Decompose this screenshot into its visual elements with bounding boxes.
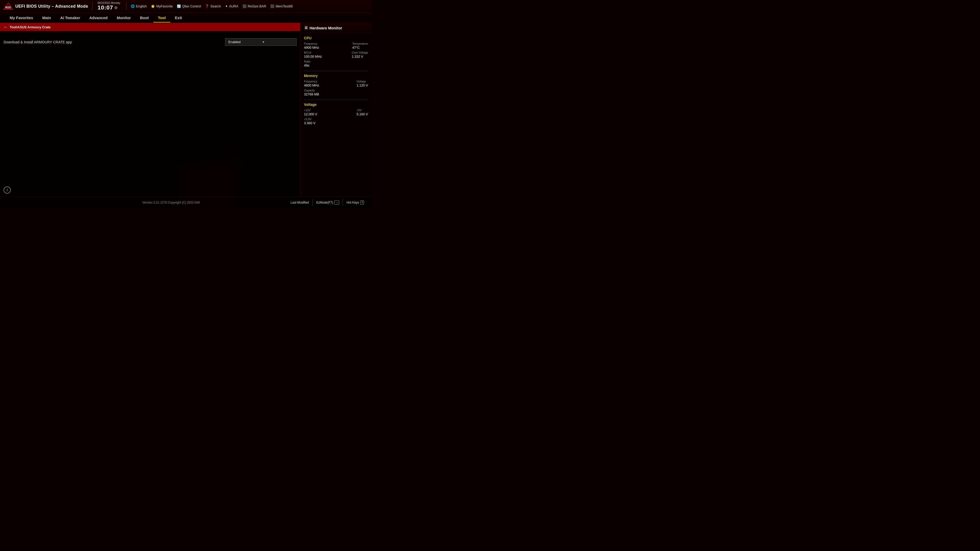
cpu-ratio-label: Ratio	[304, 60, 310, 63]
v33-value: 3.360 V	[304, 121, 315, 125]
hot-keys-button[interactable]: Hot Keys ?	[343, 199, 368, 206]
mem-volt-label: Voltage	[356, 80, 368, 83]
globe-icon: 🌐	[130, 4, 135, 8]
tab-monitor[interactable]: Monitor	[112, 14, 135, 22]
cpu-row-3: Ratio 49x	[304, 60, 368, 67]
header-bar: ROG UEFI BIOS Utility – Advanced Mode 08…	[0, 0, 372, 13]
footer-buttons: Last Modified EzMode(F7) → Hot Keys ?	[287, 199, 368, 206]
rog-logo-icon: ROG	[3, 2, 13, 11]
logo-area: ROG UEFI BIOS Utility – Advanced Mode	[3, 2, 88, 11]
ezmode-button[interactable]: EzMode(F7) →	[313, 199, 343, 206]
cpu-freq-value: 4900 MHz	[304, 46, 319, 49]
toolbar-memtest[interactable]: ⬛ MemTest86	[270, 4, 293, 8]
tab-boot[interactable]: Boot	[135, 14, 153, 22]
bios-title: UEFI BIOS Utility – Advanced Mode	[15, 4, 88, 9]
hw-section-voltage: Voltage +12V 12.000 V +5V 5.160 V +3.3V …	[304, 103, 368, 125]
cpu-bclk: BCLK 100.00 MHz	[304, 51, 322, 59]
toolbar-english[interactable]: 🌐 English	[130, 4, 147, 8]
hw-monitor-header: 🖥 Hardware Monitor	[301, 23, 372, 33]
cpu-temperature: Temperature 47°C	[352, 42, 368, 49]
cpu-temp-label: Temperature	[352, 42, 368, 45]
memory-row-2: Capacity 32768 MB	[304, 89, 368, 96]
mem-cap-value: 32768 MB	[304, 92, 319, 96]
memory-row-1: Frequency 4800 MHz Voltage 1.120 V	[304, 80, 368, 87]
voltage-section-title: Voltage	[304, 103, 368, 106]
toolbar: 🌐 English ⭐ MyFavorite 🔄 Qfan Control ❓ …	[130, 4, 369, 8]
setting-label: Download & Install ARMOURY CRATE app	[3, 40, 72, 44]
hw-divider-2	[304, 100, 368, 100]
back-arrow-icon[interactable]: ←	[3, 25, 8, 29]
toolbar-resizebar-label: ReSize BAR	[248, 4, 266, 8]
cpu-ratio: Ratio 49x	[304, 60, 310, 67]
toolbar-qfan-label: Qfan Control	[182, 4, 201, 8]
cpu-row-2: BCLK 100.00 MHz Core Voltage 1.332 V	[304, 51, 368, 59]
mem-freq-label: Frequency	[304, 80, 319, 83]
toolbar-search-label: Search	[210, 4, 221, 8]
hot-keys-icon: ?	[360, 200, 364, 205]
cpu-freq-label: Frequency	[304, 42, 319, 45]
cpu-vcore-value: 1.332 V	[352, 55, 368, 59]
v33-label: +3.3V	[304, 118, 315, 121]
svg-text:ROG: ROG	[5, 6, 11, 9]
tab-ai-tweaker[interactable]: Ai Tweaker	[56, 14, 85, 22]
toolbar-qfan[interactable]: 🔄 Qfan Control	[177, 4, 201, 8]
info-icon: i	[3, 186, 11, 194]
hw-monitor-title: Hardware Monitor	[310, 26, 342, 30]
search-icon: ❓	[205, 4, 209, 8]
toolbar-myfavorite[interactable]: ⭐ MyFavorite	[151, 4, 172, 8]
memtest-icon: ⬛	[270, 4, 274, 8]
toolbar-aura[interactable]: ✦ AURA	[225, 4, 239, 8]
toolbar-english-label: English	[136, 4, 147, 8]
footer-version: Version 2.21.1278 Copyright (C) 2022 AMI	[55, 201, 287, 204]
header-divider-2	[126, 3, 127, 10]
content-section: Download & Install ARMOURY CRATE app Ena…	[0, 31, 300, 183]
tab-tool[interactable]: Tool	[153, 14, 170, 22]
settings-icon[interactable]: ⚙	[115, 6, 118, 10]
hw-divider-1	[304, 71, 368, 71]
cpu-bclk-value: 100.00 MHz	[304, 55, 322, 59]
header-divider	[92, 3, 92, 10]
cpu-core-voltage: Core Voltage 1.332 V	[352, 51, 368, 59]
tab-main[interactable]: Main	[38, 14, 56, 22]
mem-freq-value: 4800 MHz	[304, 83, 319, 87]
hardware-monitor-panel: 🖥 Hardware Monitor CPU Frequency 4900 MH…	[300, 23, 372, 197]
dropdown-arrow-icon: ▼	[262, 40, 293, 44]
toolbar-aura-label: AURA	[229, 4, 239, 8]
ezmode-icon: →	[334, 200, 339, 205]
voltage-5v: +5V 5.160 V	[356, 109, 368, 116]
breadcrumb: ← Tool\ASUS Armoury Crate	[0, 23, 300, 31]
cpu-vcore-label: Core Voltage	[352, 51, 368, 54]
toolbar-resizebar[interactable]: ⬛ ReSize BAR	[242, 4, 266, 8]
voltage-33v: +3.3V 3.360 V	[304, 118, 315, 125]
memory-voltage: Voltage 1.120 V	[356, 80, 368, 87]
toolbar-search[interactable]: ❓ Search	[205, 4, 221, 8]
mem-volt-value: 1.120 V	[356, 83, 368, 87]
cpu-frequency: Frequency 4900 MHz	[304, 42, 319, 49]
toolbar-memtest-label: MemTest86	[275, 4, 293, 8]
monitor-icon: 🖥	[304, 25, 308, 30]
footer: Version 2.21.1278 Copyright (C) 2022 AMI…	[0, 197, 372, 208]
tab-my-favorites[interactable]: My Favorites	[5, 14, 38, 22]
tab-advanced[interactable]: Advanced	[85, 14, 112, 22]
v12-label: +12V	[304, 109, 317, 112]
tab-exit[interactable]: Exit	[170, 14, 186, 22]
last-modified-label: Last Modified	[291, 201, 309, 204]
cpu-ratio-value: 49x	[304, 64, 310, 67]
dropdown-value: Enabled	[228, 40, 260, 44]
v5-label: +5V	[356, 109, 368, 112]
aura-icon: ✦	[225, 4, 228, 8]
last-modified-button[interactable]: Last Modified	[287, 199, 313, 206]
star-icon: ⭐	[151, 4, 155, 8]
hw-section-memory: Memory Frequency 4800 MHz Voltage 1.120 …	[304, 74, 368, 96]
memory-frequency: Frequency 4800 MHz	[304, 80, 319, 87]
cpu-temp-value: 47°C	[352, 46, 368, 49]
memory-section-title: Memory	[304, 74, 368, 78]
date-display: 08/22/2022 Monday	[97, 2, 120, 4]
dropdown-enabled[interactable]: Enabled ▼	[225, 38, 297, 46]
cpu-row-1: Frequency 4900 MHz Temperature 47°C	[304, 42, 368, 49]
toolbar-myfavorite-label: MyFavorite	[156, 4, 172, 8]
left-panel: ← Tool\ASUS Armoury Crate Download & Ins…	[0, 23, 300, 197]
nav-tabs: My Favorites Main Ai Tweaker Advanced Mo…	[0, 13, 372, 23]
datetime-display: 08/22/2022 Monday 10:07 ⚙	[97, 2, 120, 11]
ezmode-label: EzMode(F7)	[316, 201, 333, 204]
